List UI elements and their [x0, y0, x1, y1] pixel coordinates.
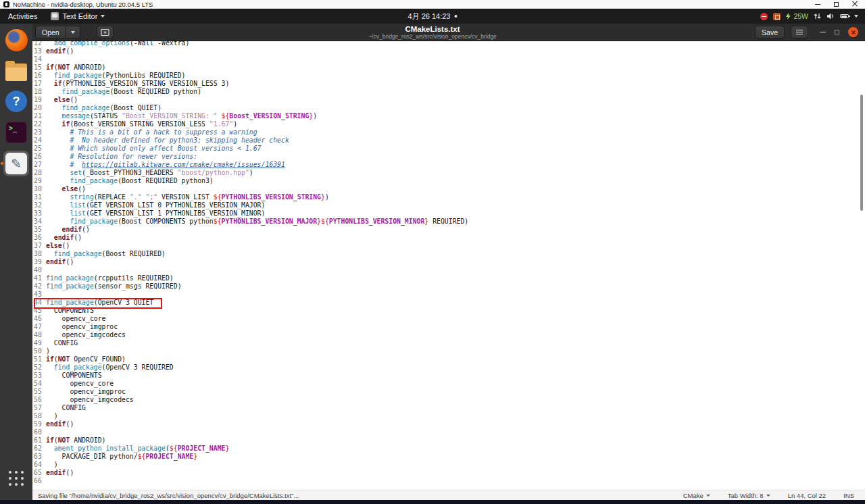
dock-item-help[interactable]: ?	[3, 89, 29, 114]
grid-dots-icon	[9, 471, 11, 474]
host-maximize-icon[interactable]	[834, 2, 839, 7]
code-line: 55 opencv_imgproc	[32, 388, 865, 396]
line-number: 60	[34, 428, 46, 436]
host-window-title: NoMachine - nvidia-desktop, Ubuntu 20.04…	[13, 1, 153, 8]
code-line: 27 # https://gitlab.kitware.com/cmake/cm…	[32, 161, 865, 169]
line-number: 65	[34, 469, 46, 477]
app-menu-button[interactable]: Text Editor	[45, 9, 110, 24]
running-indicator-dot	[1, 162, 3, 165]
dock-item-files[interactable]	[3, 58, 29, 84]
code-line-text: opencv_imgproc	[46, 323, 118, 330]
notification-dot-icon	[455, 15, 458, 18]
cursor-position-label[interactable]: Ln 44, Col 22	[788, 492, 826, 499]
text-editor-app-icon	[51, 12, 59, 20]
code-line: 48 opencv_imgcodecs	[32, 331, 865, 339]
code-line: 40	[32, 266, 865, 274]
line-number: 23	[34, 128, 46, 136]
window-minimize-icon[interactable]	[820, 32, 826, 32]
line-number: 46	[34, 315, 46, 323]
code-line-text: string(REPLACE "." ";" VERSION_LIST ${PY…	[46, 193, 329, 201]
code-line: 22 if(Boost_VERSION_STRING VERSION_LESS …	[32, 120, 865, 128]
code-line-text: message(STATUS "Boost_VERSION_STRING: " …	[46, 112, 317, 120]
menu-button[interactable]	[791, 26, 808, 39]
tab-width-label: Tab Width: 8	[728, 492, 764, 499]
save-button[interactable]: Save	[755, 26, 785, 39]
line-number: 50	[34, 347, 46, 355]
chevron-down-icon	[766, 495, 770, 497]
code-line-text: )	[46, 412, 58, 420]
code-line-text: endif()	[46, 258, 74, 266]
line-number: 47	[34, 323, 46, 331]
activities-button[interactable]: Activities	[0, 9, 45, 24]
line-number: 16	[34, 72, 46, 80]
code-line-text: CONFIG	[46, 404, 86, 411]
code-line: 37else()	[32, 242, 865, 250]
line-number: 66	[34, 477, 46, 485]
line-number: 59	[34, 420, 46, 428]
chevron-down-icon	[71, 31, 75, 34]
code-line-text: )	[46, 461, 58, 468]
dock-item-terminal[interactable]: >_	[3, 120, 29, 145]
show-applications-button[interactable]	[7, 470, 25, 487]
code-line: 17 if(PYTHONLIBS_VERSION_STRING VERSION_…	[32, 80, 865, 88]
line-number: 62	[34, 445, 46, 453]
system-tray-button[interactable]: 25W	[756, 9, 862, 24]
line-number: 24	[34, 136, 46, 145]
chevron-down-icon	[854, 15, 858, 18]
code-line: 57 CONFIG	[32, 404, 865, 412]
open-button[interactable]: Open	[35, 26, 80, 39]
dock-item-text-editor[interactable]: ✎	[3, 151, 29, 176]
line-number: 29	[34, 177, 46, 185]
code-line: 30 else()	[32, 185, 865, 193]
line-number: 54	[34, 380, 46, 388]
close-icon	[851, 30, 856, 35]
host-window-titlebar: NoMachine - nvidia-desktop, Ubuntu 20.04…	[0, 0, 865, 9]
line-number: 20	[34, 104, 46, 112]
line-number: 56	[34, 396, 46, 404]
language-selector[interactable]: CMake	[683, 492, 710, 499]
code-line-text: opencv_core	[46, 380, 114, 387]
code-line-text: if(PYTHONLIBS_VERSION_STRING VERSION_LES…	[46, 80, 229, 87]
vertical-scrollbar-thumb[interactable]	[860, 95, 863, 211]
window-close-button[interactable]	[848, 27, 858, 37]
language-label: CMake	[683, 492, 703, 499]
code-line: 31 string(REPLACE "." ";" VERSION_LIST $…	[32, 193, 865, 201]
code-line-text: )	[46, 347, 50, 355]
code-line-text: add_compile_options(-Wall -Wextra)	[46, 41, 189, 47]
code-line: 20 find_package(Boost QUIET)	[32, 104, 865, 112]
tab-width-selector[interactable]: Tab Width: 8	[728, 492, 770, 499]
code-line-text: find_package(sensor_msgs REQUIRED)	[46, 282, 182, 290]
new-document-button[interactable]	[97, 26, 114, 39]
clock-label: 4月 26 14:23	[408, 11, 451, 22]
chevron-down-icon	[706, 495, 710, 497]
code-line-text: else()	[46, 185, 86, 193]
dock-item-firefox[interactable]	[3, 27, 29, 53]
host-close-icon[interactable]	[852, 1, 858, 7]
insert-mode-label: INS	[843, 492, 854, 499]
code-line: 58 )	[32, 412, 865, 420]
host-minimize-icon[interactable]	[815, 4, 820, 5]
code-line: 19 else()	[32, 96, 865, 104]
lightning-bolt-icon	[786, 13, 791, 20]
line-number: 42	[34, 282, 46, 291]
line-number: 15	[34, 64, 46, 72]
code-line-text: if(NOT ANDROID)	[46, 436, 106, 444]
code-line: 24 # No header defined for python3; skip…	[32, 136, 865, 145]
code-line-text: # This is a bit of a hack to suppress a …	[46, 128, 257, 136]
window-restore-icon[interactable]	[835, 30, 839, 34]
code-line: 49 CONFIG	[32, 339, 865, 347]
code-line-text: # Which should only affect Boost version…	[46, 145, 262, 152]
window-title-block: CMakeLists.txt ~/cv_bridge_ros2_ws/src/v…	[368, 25, 497, 40]
document-path: ~/cv_bridge_ros2_ws/src/vision_opencv/cv…	[368, 33, 497, 40]
recording-indicator-icon	[773, 13, 781, 20]
screen-share-indicator-icon	[760, 13, 768, 20]
code-line-text: find_package(Boost REQUIRED)	[46, 250, 166, 257]
code-line: 13endif()	[32, 47, 865, 55]
line-number: 14	[34, 55, 46, 64]
text-editor-area[interactable]: 12 add_compile_options(-Wall -Wextra)13e…	[32, 41, 865, 490]
clock-button[interactable]: 4月 26 14:23	[408, 9, 458, 24]
line-number: 13	[34, 47, 46, 55]
code-line: 34 find_package(Boost COMPONENTS python$…	[32, 218, 865, 226]
line-number: 26	[34, 153, 46, 161]
line-number: 41	[34, 274, 46, 282]
